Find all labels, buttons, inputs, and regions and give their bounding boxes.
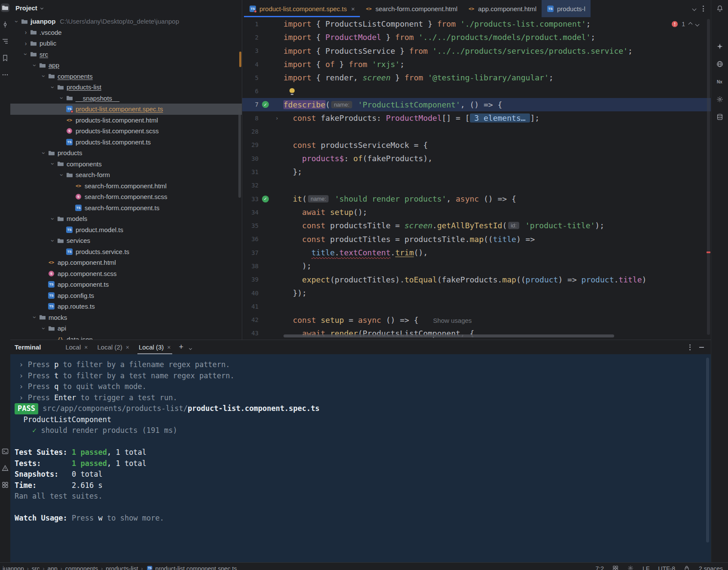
tool-window-gear-icon[interactable] xyxy=(716,95,724,104)
terminal-options-icon[interactable] xyxy=(689,344,691,350)
code-line-30[interactable]: 30 products$: of(fakeProducts), xyxy=(242,152,711,165)
indent-config[interactable]: 2 spaces xyxy=(699,565,723,570)
readonly-lock-icon[interactable] xyxy=(684,565,690,570)
terminal-title[interactable]: Terminal xyxy=(15,343,41,351)
code-line-3[interactable]: 3import { ProductsService } from '../../… xyxy=(242,44,711,58)
caret-position[interactable]: 7:2 xyxy=(595,565,603,570)
project-scrollbar-thumb[interactable] xyxy=(238,107,241,198)
tree-file-products-service-ts[interactable]: TSproducts.service.ts xyxy=(10,246,242,257)
code-line-4[interactable]: 4import { of } from 'rxjs'; xyxy=(242,58,711,71)
code-line-36[interactable]: 36 const productTitles = productsTitle.m… xyxy=(242,233,711,246)
tree-folder-services[interactable]: ›services xyxy=(10,235,242,246)
code-line-43[interactable]: 43 await render(ProductsListComponent, { xyxy=(242,327,711,340)
gutter-line-42[interactable]: 42 xyxy=(242,313,283,327)
tree-folder-public[interactable]: ›public xyxy=(10,38,242,49)
code-line-1[interactable]: 1import { ProductsListComponent } from '… xyxy=(242,17,711,31)
breadcrumb-products-list[interactable]: products-list xyxy=(106,565,138,570)
gutter-line-35[interactable]: 35 xyxy=(242,219,283,232)
chevron-expanded-icon[interactable]: › xyxy=(22,50,29,58)
tree-file-data-json[interactable]: {}data.json xyxy=(10,334,242,340)
tool-window-commit-icon[interactable] xyxy=(1,20,9,29)
gutter-line-40[interactable]: 40 xyxy=(242,286,283,300)
tree-file-products-list-component-scss[interactable]: Sproducts-list.component.scss xyxy=(10,126,242,137)
gutter-line-2[interactable]: 2 xyxy=(242,31,283,44)
code-line-41[interactable]: 41 xyxy=(242,300,711,313)
tree-folder-app[interactable]: ›app xyxy=(10,60,242,71)
gutter-line-36[interactable]: 36 xyxy=(242,233,283,246)
gutter-line-34[interactable]: 34 xyxy=(242,205,283,219)
breadcrumb-app[interactable]: app xyxy=(48,565,58,570)
chevron-expanded-icon[interactable]: › xyxy=(49,160,56,168)
code-line-37[interactable]: 37 title.textContent.trim(), xyxy=(242,246,711,259)
gutter-line-3[interactable]: 3 xyxy=(242,44,283,58)
editor-tab-app-component-html[interactable]: <>app.component.html xyxy=(463,0,542,17)
gutter-line-28[interactable]: 28 xyxy=(242,125,283,138)
tree-file-app-routes-ts[interactable]: TSapp.routes.ts xyxy=(10,301,242,312)
chevron-expanded-icon[interactable]: › xyxy=(49,237,56,245)
chevron-down-icon[interactable] xyxy=(40,6,43,9)
tool-window-ai-icon[interactable] xyxy=(716,42,724,51)
code-line-2[interactable]: 2import { ProductModel } from '../../pro… xyxy=(242,31,711,44)
code-line-31[interactable]: 31 }; xyxy=(242,165,711,178)
tree-folder-components[interactable]: ›components xyxy=(10,159,242,170)
chevron-expanded-icon[interactable]: › xyxy=(31,61,38,69)
gutter-line-5[interactable]: 5 xyxy=(242,71,283,84)
code-line-7[interactable]: 7✓fdescribe(name: 'ProductListComponent'… xyxy=(242,98,711,111)
code-line-33[interactable]: 33✓ it(name: 'should render products', a… xyxy=(242,192,711,205)
tree-folder-snapshots[interactable]: ›__snapshots__ xyxy=(10,93,242,104)
tree-folder-juanpop[interactable]: ›juanpopC:\Users\dany\Desktop\to_delete\… xyxy=(10,16,242,27)
fold-collapsed-icon[interactable]: › xyxy=(272,115,282,121)
gutter-line-29[interactable]: 29 xyxy=(242,138,283,152)
terminal-hide-icon[interactable] xyxy=(699,347,704,348)
gutter-line-1[interactable]: 1 xyxy=(242,17,283,31)
chevron-expanded-icon[interactable]: › xyxy=(40,149,47,157)
code-line-39[interactable]: 39 expect(productTitles).toEqual(fakePro… xyxy=(242,273,711,286)
tool-window-structure-icon[interactable] xyxy=(1,37,9,46)
editor-tab-search-form-component-html[interactable]: <>search-form.component.html xyxy=(360,0,463,17)
tree-file-app-component-scss[interactable]: Sapp.component.scss xyxy=(10,268,242,279)
terminal-shell-dropdown-icon[interactable] xyxy=(187,343,194,351)
gutter-line-37[interactable]: 37 xyxy=(242,246,283,259)
chevron-expanded-icon[interactable]: › xyxy=(40,325,47,332)
editor-horizontal-scrollbar[interactable] xyxy=(283,334,614,337)
previous-problem-icon[interactable] xyxy=(688,22,693,26)
gutter-line-31[interactable]: 31 xyxy=(242,165,283,178)
code-line-29[interactable]: 29 const productsServiceMock = { xyxy=(242,138,711,152)
terminal-tab-local-3[interactable]: Local (3)× xyxy=(134,340,176,354)
breadcrumb-src[interactable]: src xyxy=(32,565,40,570)
run-test-gutter[interactable]: ✓ xyxy=(259,196,272,202)
gutter-line-38[interactable]: 38 xyxy=(242,259,283,273)
error-stripe-mark[interactable] xyxy=(707,251,710,253)
code-line-6[interactable]: 6 xyxy=(242,84,711,98)
tool-window-database-icon[interactable] xyxy=(716,113,724,121)
layout-grid-icon[interactable] xyxy=(612,565,619,570)
tool-window-problems-icon[interactable] xyxy=(1,464,9,472)
tab-close-icon[interactable]: × xyxy=(126,344,129,351)
tool-window-project-icon[interactable] xyxy=(1,3,9,12)
hidden-tabs-dropdown-icon[interactable] xyxy=(692,6,697,11)
tree-folder-vscode[interactable]: ›.vscode xyxy=(10,27,242,38)
chevron-expanded-icon[interactable]: › xyxy=(13,18,20,25)
gutter-line-30[interactable]: 30 xyxy=(242,152,283,165)
tree-file-products-list-component-ts[interactable]: TSproducts-list.component.ts xyxy=(10,137,242,148)
gutter-line-8[interactable]: 8› xyxy=(242,111,283,125)
chevron-expanded-icon[interactable]: › xyxy=(58,94,65,102)
tree-folder-products[interactable]: ›products xyxy=(10,147,242,159)
tab-close-icon[interactable]: × xyxy=(167,344,171,351)
code-line-28[interactable]: 28 xyxy=(242,125,711,138)
new-terminal-tab-button[interactable]: + xyxy=(176,343,187,352)
code-line-34[interactable]: 34 await setup(); xyxy=(242,205,711,219)
chevron-collapsed-icon[interactable]: › xyxy=(22,40,30,47)
terminal-scrollbar[interactable] xyxy=(706,358,709,542)
breadcrumb-juanpop[interactable]: juanpop xyxy=(3,565,24,570)
tree-file-product-list-component-spec-ts[interactable]: TSproduct-list.component.spec.ts xyxy=(10,104,242,115)
gutter-line-4[interactable]: 4 xyxy=(242,58,283,71)
gutter-line-6[interactable]: 6 xyxy=(242,84,283,98)
chevron-collapsed-icon[interactable]: › xyxy=(22,29,30,36)
code-line-35[interactable]: 35 const productsTitle = screen.getAllBy… xyxy=(242,219,711,232)
gutter-line-32[interactable]: 32 xyxy=(242,179,283,192)
gutter-line-39[interactable]: 39 xyxy=(242,273,283,286)
tree-file-app-config-ts[interactable]: TSapp.config.ts xyxy=(10,290,242,301)
code-line-42[interactable]: 42 const setup = async () => {Show usage… xyxy=(242,313,711,327)
editor-tab-product-list-component-spec-ts[interactable]: TSproduct-list.component.spec.ts× xyxy=(244,0,360,17)
